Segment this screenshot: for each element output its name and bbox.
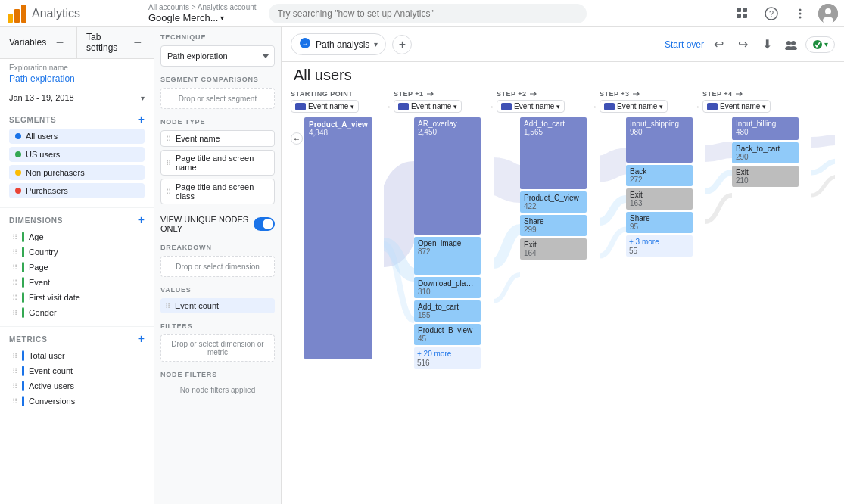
search-bar[interactable] <box>269 4 587 23</box>
exploration-name-value[interactable]: Path exploration <box>0 73 154 89</box>
chevron-down-icon: ▾ <box>374 40 378 48</box>
chevron-down-icon: ▾ <box>762 103 766 110</box>
svg-rect-3 <box>737 8 741 12</box>
checkmark-btn[interactable]: ▾ <box>805 36 835 53</box>
node-more-3[interactable]: + 3 more 55 <box>626 235 705 257</box>
node-product-a-view[interactable]: Product_A_view 4,348 <box>304 117 384 359</box>
segment-drop-zone[interactable]: Drop or select segment <box>160 88 275 109</box>
node-product-b-view[interactable]: Product_B_view 45 <box>414 324 494 345</box>
all-users-title: All users <box>282 62 844 90</box>
undo-icon[interactable]: ↩ <box>709 35 728 54</box>
left-arrow-btn[interactable]: ← <box>291 132 303 145</box>
node-share-3[interactable]: Share 95 <box>626 212 705 233</box>
left-panel: Variables − Tab settings − Exploration n… <box>0 27 154 504</box>
arrow-4: → <box>690 101 702 112</box>
help-icon[interactable]: ? <box>761 3 782 24</box>
technique-select[interactable]: Path exploration <box>160 45 275 67</box>
step-1-selector[interactable]: Event name ▾ <box>394 100 462 113</box>
flow-svg-5 <box>811 123 835 260</box>
add-segment-btn[interactable]: + <box>138 114 145 126</box>
right-panel: → Path analysis ▾ + Start over ↩ ↪ ⬇ ▾ <box>282 27 844 504</box>
main-layout: Variables − Tab settings − Exploration n… <box>0 27 844 504</box>
metric-total-user[interactable]: ⠿Total user <box>9 348 145 363</box>
svg-rect-2 <box>21 5 26 23</box>
share-users-icon[interactable] <box>781 35 801 54</box>
starting-point-selector[interactable]: Event name ▾ <box>291 100 359 113</box>
node-type-page-title-screen-name[interactable]: ⠿ Page title and screen name <box>160 150 275 176</box>
node-exit-2[interactable]: Exit 164 <box>520 238 600 260</box>
node-share-2[interactable]: Share 299 <box>520 215 600 236</box>
more-vert-icon[interactable] <box>789 3 811 24</box>
tab-settings-header: Tab settings − <box>76 27 154 58</box>
avatar[interactable] <box>818 4 838 23</box>
drag-icon: ⠿ <box>166 135 171 143</box>
node-input-billing[interactable]: Input_billing 480 <box>732 117 811 140</box>
right-toolbar: → Path analysis ▾ + Start over ↩ ↪ ⬇ ▾ <box>282 27 844 62</box>
dimension-country[interactable]: ⠿Country <box>9 244 145 260</box>
view-unique-toggle[interactable] <box>254 217 275 231</box>
segment-item-non-purchasers[interactable]: Non purchasers <box>9 165 145 180</box>
account-selector[interactable]: Google Merch... ▾ <box>148 12 257 25</box>
segment-item-us-users[interactable]: US users <box>9 147 145 162</box>
arrow-1: → <box>382 101 394 112</box>
step-3-selector[interactable]: Event name ▾ <box>600 100 668 113</box>
view-unique-section: VIEW UNIQUE NODES ONLY <box>160 213 275 235</box>
node-exit-3[interactable]: Exit 163 <box>626 188 705 210</box>
more-3-link[interactable]: + 3 more <box>629 237 690 247</box>
redo-icon[interactable]: ↪ <box>733 35 752 54</box>
node-download-playbook[interactable]: Download_playbook 310 <box>414 277 494 298</box>
search-input[interactable] <box>269 4 587 23</box>
add-tab-btn[interactable]: + <box>392 35 412 54</box>
download-icon[interactable]: ⬇ <box>757 35 777 54</box>
add-dimension-btn[interactable]: + <box>138 214 145 226</box>
node-exit-4[interactable]: Exit 210 <box>732 166 811 187</box>
more-20-link[interactable]: + 20 more <box>417 349 478 359</box>
add-metric-btn[interactable]: + <box>138 333 145 345</box>
dimension-gender[interactable]: ⠿Gender <box>9 305 145 320</box>
apps-icon[interactable] <box>732 3 753 24</box>
node-add-to-cart-1[interactable]: Add_to_cart 155 <box>414 300 494 322</box>
node-type-event-name[interactable]: ⠿ Event name <box>160 130 275 147</box>
metric-active-users[interactable]: ⠿Active users <box>9 378 145 394</box>
node-add-to-cart-2[interactable]: Add_to_cart 1,565 <box>520 117 600 189</box>
value-event-count[interactable]: ⠿ Event count <box>160 298 275 313</box>
filter-drop-zone[interactable]: Drop or select dimension or metric <box>160 334 275 362</box>
node-more-20[interactable]: + 20 more 516 <box>414 347 494 369</box>
svg-rect-0 <box>8 14 13 23</box>
variables-collapse-btn[interactable]: − <box>52 35 67 50</box>
node-back[interactable]: Back 272 <box>626 165 705 186</box>
dimensions-section: DIMENSIONS + ⠿Age ⠿Country ⠿Page ⠿Event … <box>0 208 154 327</box>
node-input-shipping[interactable]: Input_shipping 980 <box>626 117 705 163</box>
svg-rect-4 <box>743 8 747 12</box>
node-ar-overlay[interactable]: AR_overlay 2,450 <box>414 117 494 235</box>
step-2-selector[interactable]: Event name ▾ <box>497 100 565 113</box>
node-product-c-view[interactable]: Product_C_view 422 <box>520 191 600 213</box>
step-4-selector[interactable]: Event name ▾ <box>702 100 771 113</box>
node-type-page-title-screen-class[interactable]: ⠿ Page title and screen class <box>160 179 275 204</box>
date-range[interactable]: Jan 13 - 19, 2018 ▾ <box>0 89 154 107</box>
tab-settings-collapse-btn[interactable]: − <box>131 35 145 50</box>
dimension-age[interactable]: ⠿Age <box>9 229 145 244</box>
svg-point-21 <box>813 40 822 49</box>
node-open-image[interactable]: Open_image 872 <box>414 237 494 275</box>
path-analysis-btn[interactable]: → Path analysis ▾ <box>291 33 386 55</box>
node-back-to-cart[interactable]: Back_to_cart 290 <box>732 142 811 163</box>
breakdown-drop-zone[interactable]: Drop or select dimension <box>160 256 275 277</box>
dimension-first-visit-date[interactable]: ⠿First visit date <box>9 290 145 305</box>
segment-item-purchasers[interactable]: Purchasers <box>9 183 145 198</box>
chevron-down-icon: ▾ <box>824 40 828 48</box>
svg-point-9 <box>799 8 802 11</box>
metric-event-count[interactable]: ⠿Event count <box>9 363 145 378</box>
dimension-event[interactable]: ⠿Event <box>9 275 145 290</box>
metric-conversions[interactable]: ⠿Conversions <box>9 394 145 409</box>
start-over-btn[interactable]: Start over <box>665 39 704 50</box>
step-icon <box>707 103 718 110</box>
svg-point-11 <box>799 16 802 18</box>
segment-item-all-users[interactable]: All users <box>9 129 145 144</box>
svg-point-18 <box>791 41 796 45</box>
exploration-name-label: Exploration name <box>0 59 154 73</box>
logo-area: Analytics <box>6 3 142 24</box>
dimension-page[interactable]: ⠿Page <box>9 260 145 275</box>
tab-settings-label: Tab settings <box>86 32 131 53</box>
flow-svg-3 <box>600 123 626 335</box>
